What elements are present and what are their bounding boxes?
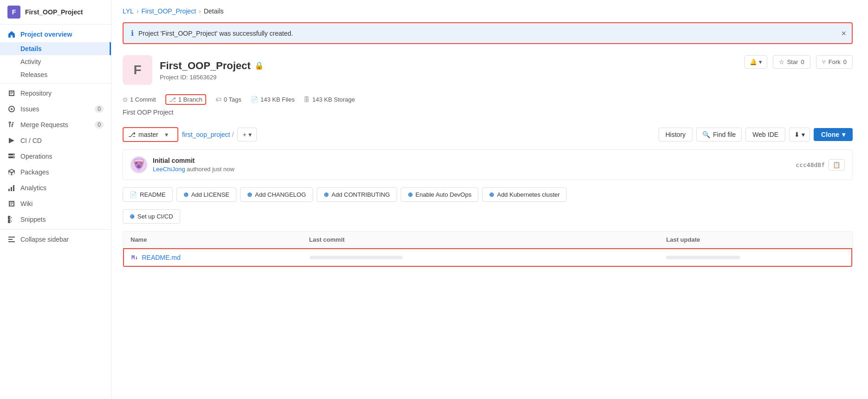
sidebar-item-merge-requests[interactable]: Merge Requests 0 — [0, 117, 111, 133]
commit-author-link[interactable]: LeeChiJong — [153, 166, 185, 173]
branches-label: 1 Branch — [178, 96, 202, 103]
commit-hash-value: ccc48d8f — [796, 161, 825, 168]
file-update-col — [666, 256, 844, 259]
files-icon: 📄 — [251, 96, 258, 103]
bell-button[interactable]: 🔔 ▾ — [744, 55, 767, 69]
file-table: Name Last commit Last update M↓ README.m… — [123, 231, 853, 267]
plus-icon-devops: ⊕ — [408, 191, 413, 198]
issues-badge: 0 — [95, 105, 104, 113]
sidebar-item-snippets[interactable]: Snippets — [0, 212, 111, 227]
breadcrumb: LYL › First_OOP_Project › Details — [123, 7, 853, 15]
sidebar-item-collapse[interactable]: Collapse sidebar — [0, 232, 111, 247]
bell-chevron: ▾ — [759, 58, 762, 65]
fork-button[interactable]: ⑂ Fork 0 — [816, 55, 853, 69]
sidebar-item-analytics[interactable]: Analytics — [0, 180, 111, 196]
book-icon — [7, 89, 16, 97]
stat-storage: 🗄 143 KB Storage — [304, 96, 355, 103]
sidebar-item-issues[interactable]: Issues 0 — [0, 101, 111, 117]
wiki-icon — [7, 200, 16, 208]
bar-chart-icon — [7, 184, 16, 192]
commit-message: Initial commit — [153, 157, 790, 164]
sidebar-label-repository: Repository — [20, 90, 52, 97]
stat-commits[interactable]: ⊙ 1 Commit — [123, 96, 156, 103]
star-button[interactable]: ☆ Star 0 — [773, 55, 810, 69]
web-ide-button[interactable]: Web IDE — [745, 128, 785, 142]
svg-point-11 — [135, 161, 137, 164]
stat-files: 📄 143 KB Files — [251, 96, 295, 103]
add-changelog-button[interactable]: ⊕ Add CHANGELOG — [240, 187, 313, 202]
file-row-readme: M↓ README.md — [123, 248, 852, 267]
plus-icon: + — [242, 131, 246, 138]
sidebar-sub-item-activity[interactable]: Activity — [0, 55, 111, 68]
file-name-text: README.md — [142, 254, 180, 261]
sidebar-item-operations[interactable]: Operations — [0, 148, 111, 164]
readme-label: README — [140, 191, 166, 198]
project-avatar: F — [123, 55, 152, 85]
sidebar-header: F First_OOP_Project — [0, 0, 111, 25]
fork-icon: ⑂ — [822, 58, 826, 65]
alert-close-button[interactable]: × — [841, 28, 846, 38]
commit-hash: ccc48d8f 📋 — [796, 159, 845, 171]
stat-tags[interactable]: 🏷 0 Tags — [215, 96, 241, 103]
project-header-left: F First_OOP_Project 🔒 Project ID: 185636… — [123, 55, 264, 85]
svg-point-4 — [13, 154, 14, 155]
main-content: LYL › First_OOP_Project › Details ℹ Proj… — [111, 0, 868, 399]
issues-icon — [7, 105, 16, 113]
commit-author-avatar — [131, 156, 147, 173]
breadcrumb-lyl[interactable]: LYL — [123, 7, 134, 15]
sidebar-item-repository[interactable]: Repository — [0, 85, 111, 101]
project-name: First_OOP_Project 🔒 — [160, 60, 264, 72]
branch-select[interactable]: ⎇ master ▾ — [123, 127, 178, 142]
add-license-label: Add LICENSE — [191, 191, 229, 198]
sidebar-sub-item-details[interactable]: Details — [0, 42, 111, 55]
readme-icon: 📄 — [130, 191, 137, 198]
add-license-button[interactable]: ⊕ Add LICENSE — [176, 187, 236, 202]
storage-label: 143 KB Storage — [312, 96, 355, 103]
sidebar-divider-1 — [0, 83, 111, 84]
sidebar-sub-item-releases[interactable]: Releases — [0, 68, 111, 81]
breadcrumb-project[interactable]: First_OOP_Project — [142, 7, 196, 15]
plus-icon-license: ⊕ — [183, 191, 189, 198]
stat-branches[interactable]: ⎇ 1 Branch — [165, 94, 206, 105]
setup-cicd-button[interactable]: ⊕ Set up CI/CD — [123, 209, 180, 224]
sidebar-item-project-overview[interactable]: Project overview — [0, 26, 111, 42]
plus-icon-cicd: ⊕ — [130, 213, 135, 220]
project-description: First OOP Project — [123, 109, 853, 116]
col-last-update-header: Last update — [666, 236, 845, 243]
add-contributing-button[interactable]: ⊕ Add CONTRIBUTING — [317, 187, 397, 202]
setup-cicd-label: Set up CI/CD — [137, 213, 173, 220]
plus-icon-contributing: ⊕ — [324, 191, 329, 198]
commit-time: authored just now — [187, 166, 235, 173]
add-file-button[interactable]: + ▾ — [237, 128, 256, 142]
alert-banner: ℹ Project 'First_OOP_Project' was succes… — [123, 22, 853, 44]
readme-button[interactable]: 📄 README — [123, 187, 173, 202]
branch-icon-small: ⎇ — [128, 131, 136, 138]
markdown-icon: M↓ — [131, 254, 138, 261]
box-icon — [7, 168, 16, 176]
copy-hash-button[interactable]: 📋 — [829, 159, 845, 171]
breadcrumb-current: Details — [204, 7, 224, 15]
clone-button[interactable]: Clone ▾ — [814, 128, 853, 141]
history-button[interactable]: History — [659, 128, 693, 142]
add-kubernetes-button[interactable]: ⊕ Add Kubernetes cluster — [482, 187, 567, 202]
clone-label: Clone — [821, 131, 839, 138]
fork-count: 0 — [843, 58, 847, 65]
sidebar-label-project-overview: Project overview — [20, 31, 72, 38]
find-file-button[interactable]: 🔍 Find file — [696, 128, 742, 142]
svg-point-5 — [13, 157, 14, 158]
sidebar-item-packages[interactable]: Packages — [0, 164, 111, 180]
bell-icon: 🔔 — [750, 58, 757, 65]
file-name-readme[interactable]: M↓ README.md — [131, 254, 310, 261]
download-button[interactable]: ⬇ ▾ — [789, 128, 810, 142]
house-icon — [7, 30, 16, 39]
tag-icon: 🏷 — [215, 96, 222, 103]
path-breadcrumb: first_oop_project / — [182, 131, 234, 138]
enable-auto-devops-button[interactable]: ⊕ Enable Auto DevOps — [401, 187, 479, 202]
fork-label: Fork — [829, 58, 841, 65]
path-name: first_oop_project — [182, 131, 230, 138]
sidebar-item-wiki[interactable]: Wiki — [0, 196, 111, 212]
svg-point-13 — [137, 165, 141, 168]
sidebar-item-ci-cd[interactable]: CI / CD — [0, 133, 111, 148]
file-update-bar — [666, 256, 740, 259]
star-count: 0 — [801, 58, 804, 65]
